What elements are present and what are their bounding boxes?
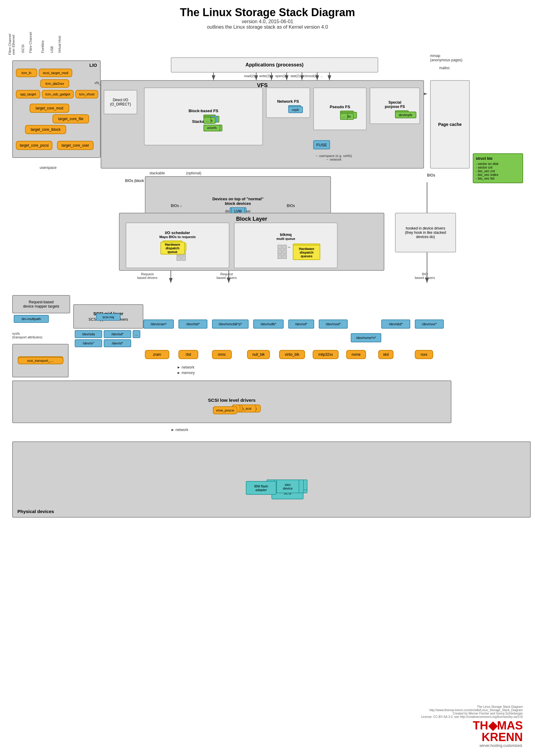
target-core-user-box: target_core_user bbox=[57, 141, 94, 150]
optional-label: (optional) bbox=[186, 171, 201, 175]
tcm-vhost-box: tcm_vhost bbox=[75, 90, 98, 98]
dev-st-box: /dev/st* bbox=[104, 339, 131, 347]
transport-classes-box: Transport classes scsi_transport_fc scsi… bbox=[12, 344, 69, 377]
nvme-driver-box: nvme bbox=[346, 350, 366, 359]
network-label: ► network bbox=[177, 365, 194, 369]
bios-right: BIOs bbox=[427, 173, 435, 177]
devtmpfs-box: devtmpfs bbox=[395, 112, 416, 118]
tcm-fc-box: tcm_fc bbox=[16, 68, 37, 77]
block-based-fs-label: Block-based FS bbox=[188, 109, 218, 113]
page-title: The Linux Storage Stack Diagram bbox=[6, 6, 529, 19]
mmc-driver-box: mmc bbox=[212, 350, 232, 359]
diagram-container: Fibre Channelover Ethernet iSCSI Fibre C… bbox=[6, 33, 529, 749]
ceph-box: ceph bbox=[288, 106, 303, 113]
network-label2: ► network bbox=[171, 428, 188, 432]
dev-zram-box: /dev/zram* bbox=[143, 319, 174, 329]
target-core-file-box: target_core_file bbox=[52, 114, 89, 123]
tcm-usb-gadget-box: tcm_usb_gadget bbox=[42, 90, 74, 98]
target-core-iblock-box: target_core_iblock bbox=[25, 125, 66, 134]
read2-label: read(2) bbox=[244, 74, 255, 78]
skd-driver-box: skd bbox=[378, 350, 393, 359]
dev-nullb-box: /dev/nullb* bbox=[253, 319, 284, 329]
vfs-box: VFS Direct I/O(O_DIRECT) Block-based FS … bbox=[101, 80, 424, 169]
block-layer-box: Block Layer I/O scheduler Maps BIOs to r… bbox=[119, 213, 384, 271]
mmap-label: mmap(anonymous pages) bbox=[430, 54, 463, 62]
null-blk-driver-box: null_blk bbox=[247, 350, 270, 359]
request-based-drivers-right: Requestbased drivers bbox=[216, 272, 237, 280]
maps-bios-label: Maps BIOs to requests bbox=[159, 235, 195, 239]
target-core-mod-box: target_core_mod bbox=[30, 104, 69, 113]
chmod2-label: chmod(2) bbox=[303, 74, 318, 78]
pseudo-fs-label: Pseudo FS bbox=[330, 105, 350, 109]
ibm-flash-box: IBM flashadapter bbox=[246, 481, 276, 495]
dev-rbd-box: /dev/rbd* bbox=[179, 319, 208, 329]
label-fibre-channel: Fibre Channel bbox=[29, 32, 32, 53]
struct-bio-content: - sector on disk - sector cnt - bio_vec … bbox=[476, 162, 520, 180]
scsi-mq-box: scsi-mq bbox=[96, 313, 121, 321]
bios-down-right: BIOs bbox=[287, 203, 295, 208]
network-fs-box: Network FS NFS coda ceph bbox=[266, 88, 310, 118]
dev-vd-box: /dev/vd* bbox=[288, 319, 314, 329]
memory-label: ► memory bbox=[177, 371, 195, 375]
unionfs-box: unionfs bbox=[204, 125, 220, 131]
dev-nvme-box: /dev/nvme*n* bbox=[351, 333, 381, 342]
userspace-label: userspace bbox=[40, 166, 56, 170]
dots3-box: ... bbox=[340, 113, 348, 120]
request-based-drivers-left: Requestbased drivers bbox=[137, 272, 157, 280]
label-virtual-host: Virtual Host bbox=[58, 36, 61, 53]
dev-sr-box: /dev/sr* bbox=[75, 339, 102, 347]
hooked-device-drivers-box: hooked in device drivers(they hook in li… bbox=[395, 213, 456, 253]
physical-devices-label: Physical devices bbox=[17, 509, 54, 514]
scsi-transport-dots-box: scsi_transport_.... bbox=[18, 357, 64, 364]
dev-sdstar-box: /dev/sd* bbox=[104, 330, 131, 338]
pseudo-fs-box: Pseudo FS proc sysfs pipefs futexfs usbf… bbox=[313, 88, 367, 130]
footer-text: The Linux Storage Stack Diagram http://w… bbox=[421, 705, 523, 718]
applications-box: Applications (processes) bbox=[171, 57, 378, 72]
dev-skd-box: /dev/skd* bbox=[381, 319, 410, 329]
dev-mmcblk-box: /dev/mmcblk*p* bbox=[212, 319, 249, 329]
multi-queue-label: multi queue bbox=[276, 237, 295, 240]
block-layer-label: Block Layer bbox=[236, 216, 267, 222]
tcm-qla2xxx-box: tcm_qla2xxx bbox=[40, 79, 69, 88]
struct-bio-label: struct bio bbox=[476, 156, 520, 161]
physical-devices-box: Physical devices HDD SSD DVDdrive LSIRAI… bbox=[12, 442, 531, 518]
stackable-label: stackable bbox=[150, 171, 165, 175]
dev-rsxx-box: /dev/rsxx* bbox=[415, 319, 444, 329]
lio-label: LIO bbox=[89, 63, 97, 68]
write2-label: write(2) bbox=[259, 74, 270, 78]
rbd-driver-box: rbd bbox=[179, 350, 198, 359]
request-based-dm-box: Request-baseddevice mapper targets bbox=[12, 295, 70, 313]
iscsi-target-mod-box: iscsi_target_mod bbox=[39, 68, 72, 77]
scsi-low-level-box: SCSI low level drivers libata megaraid_s… bbox=[12, 380, 451, 423]
dm-multipath-box: dm-multipath bbox=[14, 315, 49, 323]
struct-bio-box: struct bio - sector on disk - sector cnt… bbox=[473, 153, 523, 183]
vmw-pvscsi-box: vmw_pvscsi bbox=[213, 406, 237, 414]
hw-dispatch-queues-box: Hardwaredispatchqueues bbox=[293, 245, 320, 260]
network-fs-label: Network FS bbox=[277, 99, 299, 104]
hw-dispatch-queue-box: Hardwaredispatchqueue bbox=[160, 242, 185, 255]
label-firewire: FireWire bbox=[41, 40, 44, 53]
description-text: outlines the Linux storage stack as of K… bbox=[6, 24, 529, 30]
malloc-label: malloc bbox=[439, 66, 450, 70]
block-based-fs-box: Block-based FS ext2 ext3 ext4 xfs btrfs … bbox=[144, 88, 263, 146]
label-fibre-channel-ethernet: Fibre Channelover Ethernet bbox=[8, 34, 15, 55]
scsi-low-level-label: SCSI low level drivers bbox=[208, 397, 256, 403]
stat2-label: stat(2) bbox=[290, 74, 300, 78]
bios-down-left: BIOs ↓ bbox=[171, 203, 182, 208]
dev-sda-box: /dev/sda bbox=[75, 330, 102, 338]
mtip32xx-driver-box: mtip32xx bbox=[313, 350, 339, 359]
tagline: server.hosting.customized. bbox=[421, 743, 523, 748]
userspace-sshfs-label: → userspace (e.g. sshfs)→ network bbox=[315, 154, 352, 161]
footer: The Linux Storage Stack Diagram http://w… bbox=[421, 705, 523, 748]
zram-driver-box: zram bbox=[145, 350, 169, 359]
thomas-krenn-logo: TH◆MASKRENN bbox=[421, 720, 523, 743]
io-scheduler-box: I/O scheduler Maps BIOs to requests noop… bbox=[126, 223, 229, 268]
blkmq-label: blkmq bbox=[280, 232, 292, 237]
scsi-mid-layer-box: SCSI mid layer scsi-mq SCSI upper level … bbox=[73, 304, 143, 329]
fuse-box: FUSE bbox=[313, 140, 330, 149]
stec-device-box: stecdevice bbox=[276, 479, 299, 493]
rsxx-driver-box: rsxx bbox=[415, 350, 433, 359]
lio-box: LIO tcm_fc iscsi_target_mod tcm_qla2xxx … bbox=[12, 60, 101, 158]
target-core-pscsi-box: target_core_pscsi bbox=[16, 141, 52, 150]
label-iscsi: iSCSI bbox=[21, 44, 25, 53]
